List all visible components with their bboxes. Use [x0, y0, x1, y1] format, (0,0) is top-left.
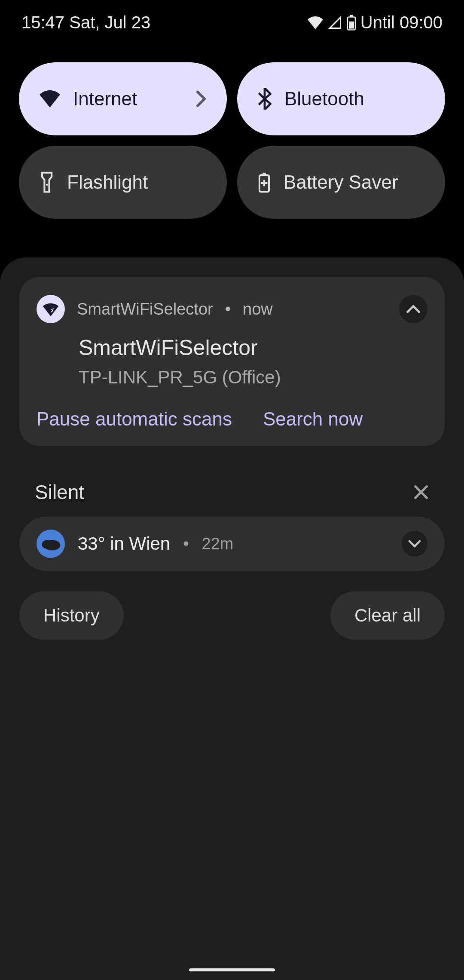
notification-title: SmartWiFiSelector	[79, 335, 427, 360]
expand-button[interactable]	[402, 531, 427, 557]
status-date: Sat, Jul 23	[69, 13, 150, 32]
wifi-app-icon	[37, 295, 65, 323]
cellular-icon	[328, 16, 342, 29]
battery-saver-tile[interactable]: Battery Saver	[237, 146, 445, 219]
weather-time: 22m	[202, 535, 234, 553]
chevron-down-icon	[408, 540, 421, 548]
svg-rect-1	[350, 15, 353, 17]
battery-icon	[347, 15, 356, 31]
battery-plus-icon	[258, 172, 271, 193]
chevron-up-icon	[406, 305, 421, 313]
status-time: 15:47	[21, 13, 64, 32]
quick-settings-grid: Internet Bluetooth Flashlight Battery Sa…	[0, 45, 464, 232]
flashlight-label: Flashlight	[67, 172, 148, 193]
close-silent-button[interactable]	[413, 484, 429, 500]
weather-notification[interactable]: 33° in Wien • 22m	[19, 517, 445, 571]
notification-header: SmartWiFiSelector • now	[37, 295, 427, 323]
internet-label: Internet	[73, 88, 137, 110]
notification-body: TP-LINK_PR_5G (Office)	[79, 367, 427, 388]
bluetooth-icon	[258, 88, 272, 110]
svg-rect-2	[349, 21, 354, 29]
collapse-button[interactable]	[399, 295, 427, 323]
svg-rect-4	[263, 173, 266, 175]
notification-actions: Pause automatic scans Search now	[37, 408, 427, 430]
status-bar: 15:47 Sat, Jul 23 Until 09:00	[0, 0, 464, 45]
status-battery-label: Until 09:00	[360, 13, 443, 32]
wifi-icon	[40, 90, 60, 107]
bluetooth-tile[interactable]: Bluetooth	[237, 62, 445, 135]
flashlight-tile[interactable]: Flashlight	[19, 146, 227, 219]
wifi-icon	[307, 16, 324, 29]
separator: •	[225, 300, 231, 318]
history-button[interactable]: History	[19, 591, 124, 640]
weather-app-icon	[37, 530, 65, 558]
notification-time: now	[243, 300, 273, 318]
notification-app-name: SmartWiFiSelector	[77, 300, 213, 318]
notification-card[interactable]: SmartWiFiSelector • now SmartWiFiSelecto…	[19, 277, 445, 446]
silent-label: Silent	[35, 481, 84, 504]
status-time-date: 15:47 Sat, Jul 23	[21, 13, 150, 32]
weather-title: 33° in Wien	[78, 533, 170, 554]
bluetooth-label: Bluetooth	[284, 88, 364, 110]
clear-all-button[interactable]: Clear all	[330, 591, 445, 640]
battery-saver-label: Battery Saver	[284, 172, 398, 193]
home-indicator[interactable]	[189, 968, 275, 971]
separator: •	[183, 535, 189, 553]
status-right: Until 09:00	[307, 13, 443, 32]
svg-point-6	[42, 540, 52, 549]
internet-tile[interactable]: Internet	[19, 62, 227, 135]
search-now-action[interactable]: Search now	[263, 408, 363, 430]
flashlight-icon	[40, 171, 54, 193]
close-icon	[413, 484, 429, 500]
notification-panel: SmartWiFiSelector • now SmartWiFiSelecto…	[0, 257, 464, 980]
chevron-right-icon	[196, 90, 206, 107]
footer-actions: History Clear all	[19, 591, 445, 640]
pause-scans-action[interactable]: Pause automatic scans	[37, 408, 232, 430]
silent-section-header: Silent	[19, 463, 445, 517]
